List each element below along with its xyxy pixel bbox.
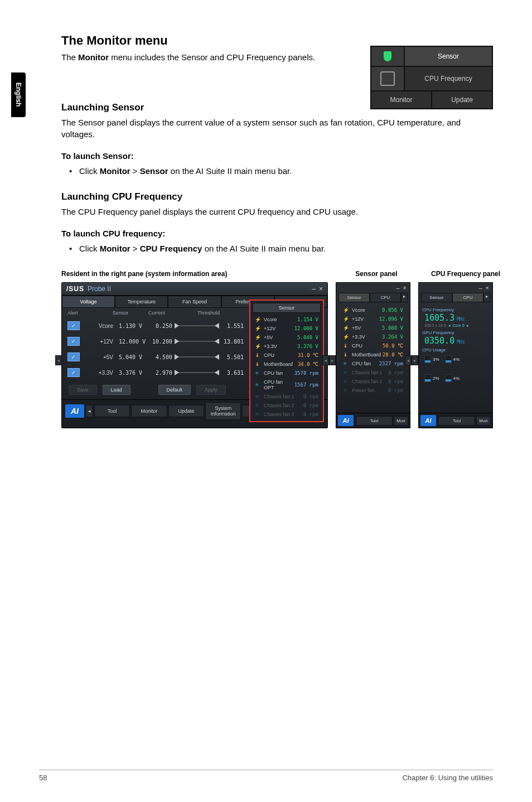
- probe-tab-voltage[interactable]: Voltage: [62, 296, 115, 308]
- sensor-reading-row: ⚡Vcore0.856 V: [338, 306, 408, 315]
- voltage-row: ✓+3.3V3.376 V2.9703.631: [62, 365, 249, 380]
- threshold-low: 4.500: [152, 354, 172, 360]
- sensor-name: Chassis fan 1: [352, 370, 388, 375]
- bullet-icon: •: [69, 244, 79, 253]
- usage-percent: 4%: [453, 357, 460, 362]
- sensor-tab[interactable]: Sensor: [338, 293, 370, 302]
- monitor-button[interactable]: Mon: [394, 416, 408, 426]
- sensor-name: +12V: [264, 326, 294, 331]
- cpu-tab[interactable]: CPU: [452, 293, 483, 302]
- monitor-button[interactable]: Mon: [476, 416, 491, 426]
- cpu-nav-left[interactable]: ▸: [412, 355, 418, 365]
- sensor-value: 3578 rpm: [294, 370, 318, 376]
- sensor-reading-row: ✳CPU fan3578 rpm: [250, 369, 323, 378]
- sensor-name: Vcore: [80, 323, 119, 329]
- sensor-value: 5.040 V: [297, 335, 318, 340]
- minimize-button[interactable]: –: [312, 285, 316, 293]
- threshold-slider[interactable]: [175, 369, 219, 376]
- sensor-reading-row: ✳Chassis fan 20 rpm: [338, 377, 408, 386]
- alert-checkbox[interactable]: ✓: [67, 352, 80, 361]
- probe-title: Probe II: [88, 285, 111, 293]
- update-tab-button[interactable]: Update: [432, 91, 492, 109]
- tool-button[interactable]: Tool: [438, 416, 475, 426]
- cpu-frequency-label: CPU Frequency: [422, 307, 489, 312]
- ai-suite-logo-icon: AI: [338, 415, 354, 426]
- monitor-tab-button[interactable]: Monitor: [371, 91, 432, 109]
- sensor-value: 1.154 V: [297, 317, 318, 322]
- usage-bar-icon: [445, 355, 452, 363]
- sensor-type-icon: 🌡: [255, 352, 262, 358]
- probe-tab-temperature[interactable]: Temperature: [115, 296, 168, 308]
- threshold-low: 2.970: [152, 370, 172, 376]
- sensor-tab[interactable]: Sensor: [421, 293, 452, 302]
- sensor-name: CPU fan OPT: [264, 379, 294, 390]
- ai-suite-logo-icon: AI: [420, 415, 436, 426]
- tab-scroll-right[interactable]: ▸: [483, 293, 490, 302]
- ai-suite-logo-icon: AI: [65, 404, 84, 418]
- sensor-value: 0 rpm: [388, 370, 403, 375]
- sensor-value: 3.376 V: [297, 344, 318, 349]
- load-button[interactable]: Load: [103, 385, 130, 395]
- sensor-reading-row: ⚡+3.3V3.376 V: [250, 342, 323, 351]
- sensor-value: 0.856 V: [382, 307, 403, 313]
- sensor-type-icon: ⚡: [343, 316, 350, 322]
- sensor-step: • Click Monitor > Sensor on the AI Suite…: [69, 166, 493, 176]
- alert-checkbox[interactable]: ✓: [67, 368, 80, 377]
- cpu-tab[interactable]: CPU: [370, 293, 401, 302]
- sensor-reading-row: 🌡CPU50.0 ℃: [338, 341, 408, 350]
- sensor-name: Power fan: [352, 388, 388, 393]
- col-threshold: Threshold: [173, 310, 244, 316]
- sensor-name: +3.3V: [80, 370, 119, 376]
- sensor-type-icon: ✳: [255, 412, 262, 417]
- freq-nav-left[interactable]: ◂: [448, 323, 451, 328]
- threshold-slider[interactable]: [175, 322, 219, 329]
- cpu-usage-label: CPU Usage: [422, 347, 489, 352]
- bottom-monitor-button[interactable]: Monitor: [131, 405, 167, 417]
- alert-checkbox[interactable]: ✓: [67, 337, 80, 346]
- default-button[interactable]: Default: [158, 385, 191, 395]
- minimize-button[interactable]: –: [396, 284, 399, 291]
- sensor-reading-row: ✳Chassis fan 30 rpm: [250, 410, 323, 419]
- freq-nav-right[interactable]: ▸: [467, 323, 469, 328]
- current-value: 12.000 V: [119, 339, 152, 345]
- threshold-slider[interactable]: [175, 338, 219, 345]
- sensor-type-icon: 🌡: [343, 352, 350, 357]
- bottom-nav-left[interactable]: ◂: [85, 405, 93, 417]
- sensor-reading-row: ⚡+12V12.096 V: [338, 315, 408, 323]
- close-button[interactable]: ×: [403, 284, 407, 291]
- minimize-button[interactable]: –: [478, 284, 482, 291]
- current-value: 1.130 V: [119, 323, 152, 329]
- bottom-tool-button[interactable]: Tool: [94, 405, 130, 417]
- usage-bar-icon: [424, 355, 431, 363]
- cpu-usage-bar: 2%: [424, 374, 439, 382]
- alert-checkbox[interactable]: ✓: [67, 321, 80, 330]
- close-button[interactable]: ×: [319, 285, 323, 293]
- cpu-frequency-panel-window: – × Sensor CPU ▸ CPU Frequency 1605.3MHz…: [418, 282, 493, 428]
- sensor-value: 50.0 ℃: [383, 343, 403, 349]
- cpu-nav-left2[interactable]: ◂: [405, 355, 412, 365]
- sensor-reading-row: ⚡+12V12.000 V: [250, 324, 323, 333]
- probe-nav-left[interactable]: ◂: [55, 355, 62, 365]
- cpu-frequency-menu-item[interactable]: CPU Frequency: [404, 66, 492, 91]
- bottom-system-information-button[interactable]: System Information: [205, 402, 241, 420]
- sensor-nav-left2[interactable]: ◂: [322, 355, 329, 365]
- tab-scroll-right[interactable]: ▸: [401, 293, 408, 302]
- threshold-low: 0.250: [152, 323, 172, 329]
- tool-button[interactable]: Tool: [356, 416, 393, 426]
- close-button[interactable]: ×: [486, 284, 489, 291]
- sensor-type-icon: ✳: [343, 370, 350, 375]
- bottom-update-button[interactable]: Update: [168, 405, 204, 417]
- sensor-name: CPU fan: [352, 361, 379, 366]
- save-button[interactable]: Save: [69, 385, 97, 395]
- col-alert: Alert: [67, 310, 101, 316]
- apply-button[interactable]: Apply: [196, 385, 226, 395]
- to-launch-cpu-label: To launch CPU frequency:: [61, 228, 493, 239]
- sensor-nav-left[interactable]: ▸: [329, 355, 336, 365]
- sensor-menu-item[interactable]: Sensor: [404, 46, 492, 66]
- threshold-slider[interactable]: [175, 354, 219, 360]
- sensor-reading-row: ⚡+3.3V3.264 V: [338, 332, 408, 341]
- usage-percent: 3%: [433, 357, 439, 362]
- probe-tab-fan-speed[interactable]: Fan Speed: [168, 296, 221, 308]
- sensor-name: Vcore: [352, 307, 382, 313]
- col-sensor: Sensor: [101, 310, 140, 316]
